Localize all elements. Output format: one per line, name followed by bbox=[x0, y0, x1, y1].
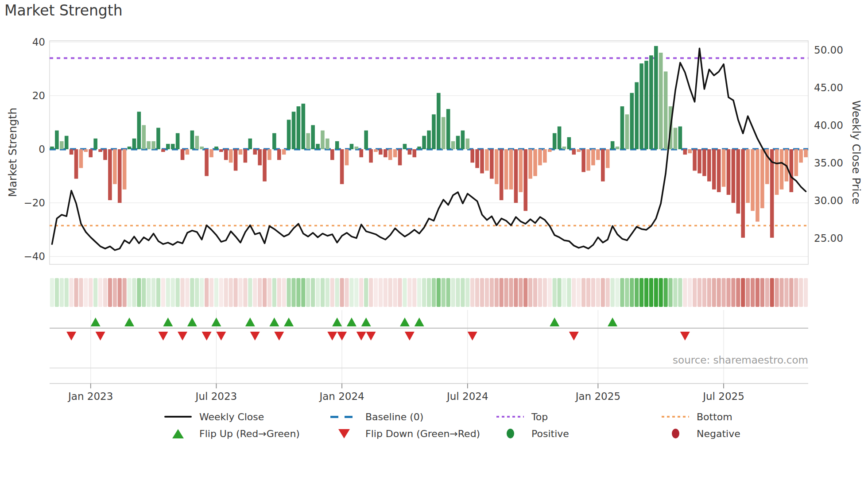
strength-bar bbox=[55, 131, 59, 149]
heatmap-cell bbox=[581, 278, 585, 307]
strength-bar bbox=[335, 141, 339, 149]
heatmap-cell bbox=[79, 278, 83, 307]
strength-bar bbox=[190, 131, 194, 149]
heatmap-cell bbox=[712, 278, 716, 307]
strength-bar bbox=[751, 149, 755, 211]
strength-bar bbox=[277, 149, 281, 160]
legend-label: Weekly Close bbox=[199, 411, 264, 422]
flip-up-marker bbox=[163, 318, 173, 326]
heatmap-cell bbox=[233, 278, 237, 307]
heatmap-cell bbox=[171, 278, 175, 307]
strength-bar bbox=[456, 136, 460, 149]
heatmap-cell bbox=[127, 278, 131, 307]
strength-bar bbox=[490, 149, 494, 179]
heatmap-cell bbox=[55, 278, 59, 307]
legend-label: Bottom bbox=[697, 411, 732, 422]
strength-bar bbox=[113, 149, 117, 184]
strength-bar bbox=[186, 149, 190, 155]
right-axis-tick: 35.00 bbox=[814, 157, 843, 169]
strength-bar bbox=[282, 149, 286, 155]
strength-bar bbox=[205, 149, 209, 176]
strength-bar bbox=[364, 131, 368, 149]
heatmap-cell bbox=[490, 278, 494, 307]
heatmap-cell bbox=[93, 278, 97, 307]
heatmap-cell bbox=[625, 278, 629, 307]
strength-bar bbox=[707, 149, 711, 182]
heatmap-cell bbox=[108, 278, 112, 307]
strength-bar bbox=[297, 106, 301, 149]
heatmap-cell bbox=[185, 278, 189, 307]
heatmap-cell bbox=[359, 278, 363, 307]
heatmap-cell bbox=[340, 278, 344, 307]
heatmap-cell bbox=[553, 278, 557, 307]
flip-down-marker bbox=[337, 332, 347, 341]
flip-up-triangle-icon bbox=[164, 429, 192, 438]
legend-item-bottom: Bottom bbox=[661, 410, 732, 424]
heatmap-cell bbox=[799, 278, 803, 307]
strength-bar bbox=[794, 149, 798, 176]
heatmap-cell bbox=[89, 278, 93, 307]
flip-down-marker bbox=[274, 332, 284, 341]
strength-bar bbox=[562, 147, 566, 149]
flip-down-marker bbox=[178, 332, 187, 341]
heatmap-cell bbox=[528, 278, 532, 307]
flip-down-marker bbox=[250, 332, 260, 341]
strength-bar bbox=[683, 149, 687, 155]
strength-bar bbox=[432, 114, 436, 149]
strength-bar bbox=[258, 149, 262, 165]
strength-bar bbox=[790, 149, 794, 192]
strength-bar bbox=[224, 149, 228, 160]
heatmap-cell bbox=[180, 278, 184, 307]
strength-bar bbox=[374, 149, 378, 152]
heatmap-cell bbox=[277, 278, 281, 307]
heatmap-cell bbox=[407, 278, 411, 307]
strength-bar bbox=[461, 131, 465, 149]
heatmap-cell bbox=[374, 278, 378, 307]
heatmap-cell bbox=[620, 278, 624, 307]
heatmap-cell bbox=[422, 278, 426, 307]
heatmap-cell bbox=[765, 278, 769, 307]
heatmap-cell bbox=[214, 278, 218, 307]
heatmap-cell bbox=[523, 278, 527, 307]
strength-bar bbox=[717, 149, 721, 192]
heatmap-cell bbox=[238, 278, 242, 307]
flip-down-marker bbox=[366, 332, 376, 341]
heatmap-cell bbox=[548, 278, 552, 307]
heatmap-cell bbox=[504, 278, 508, 307]
right-axis-tick: 50.00 bbox=[814, 44, 843, 56]
strength-bar bbox=[422, 136, 426, 149]
strength-bar bbox=[558, 127, 562, 149]
strength-bar bbox=[219, 149, 223, 152]
strength-bar bbox=[736, 149, 740, 213]
strength-bar bbox=[504, 149, 508, 190]
right-axis-tick: 45.00 bbox=[814, 82, 843, 93]
strength-bar bbox=[142, 125, 146, 149]
heatmap-cell bbox=[698, 278, 701, 307]
strength-bar bbox=[572, 149, 576, 155]
strength-bar bbox=[543, 149, 547, 163]
heatmap-cell bbox=[60, 278, 64, 307]
heatmap-cell bbox=[335, 278, 339, 307]
legend-item-negative: Negative bbox=[661, 426, 740, 441]
strength-bar bbox=[272, 133, 276, 149]
heatmap-cell bbox=[519, 278, 523, 307]
heatmap-cell bbox=[775, 278, 779, 307]
strength-bar bbox=[267, 149, 271, 160]
flip-down-marker bbox=[356, 332, 366, 341]
strength-bar bbox=[321, 131, 325, 149]
strength-bar bbox=[712, 149, 716, 190]
heatmap-cell bbox=[195, 278, 199, 307]
strength-bar bbox=[625, 114, 629, 149]
strength-bar bbox=[528, 149, 532, 179]
heatmap-cell bbox=[673, 278, 677, 307]
strength-bar bbox=[727, 149, 731, 195]
heatmap-cell bbox=[557, 278, 561, 307]
strength-bar bbox=[606, 149, 610, 168]
strength-bar bbox=[804, 149, 808, 157]
strength-bar bbox=[79, 149, 83, 168]
heatmap-cell bbox=[379, 278, 383, 307]
flip-down-marker bbox=[202, 332, 212, 341]
flip-up-marker bbox=[91, 318, 101, 326]
heatmap-cell bbox=[668, 278, 672, 307]
heatmap-cell bbox=[451, 278, 455, 307]
